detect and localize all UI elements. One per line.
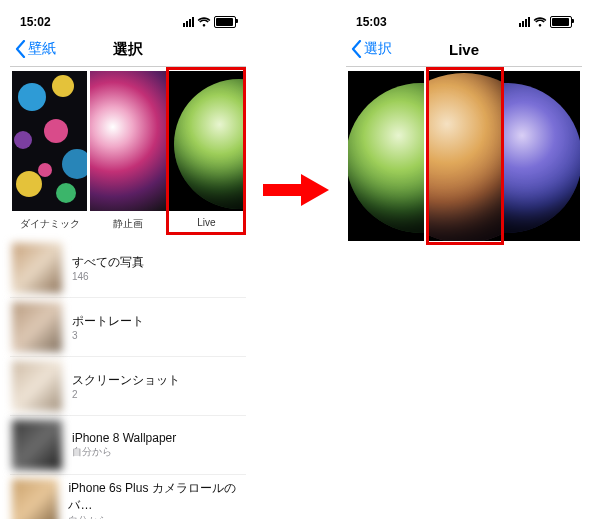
wallpaper-categories: ダイナミック 静止画 Live [10, 67, 246, 239]
category-dynamic[interactable]: ダイナミック [12, 71, 87, 239]
album-name: iPhone 6s Plus カメラロールのバ… [68, 480, 246, 514]
album-name: iPhone 8 Wallpaper [72, 431, 176, 445]
nav-bar: 壁紙 選択 [10, 32, 246, 67]
category-still[interactable]: 静止画 [90, 71, 165, 239]
chevron-left-icon [350, 40, 362, 58]
album-count: 2 [72, 389, 180, 400]
album-name: すべての写真 [72, 254, 144, 271]
back-button[interactable]: 壁紙 [10, 40, 56, 58]
back-label: 選択 [364, 40, 392, 58]
album-name: スクリーンショット [72, 372, 180, 389]
album-row[interactable]: iPhone 8 Wallpaper 自分から [10, 416, 246, 475]
arrow-right-icon [261, 170, 331, 210]
nav-bar: 選択 Live [346, 32, 582, 67]
screen-right: 15:03 選択 Live [346, 10, 582, 245]
album-name: ポートレート [72, 313, 144, 330]
transition-arrow [256, 10, 336, 210]
category-label: 静止画 [90, 211, 165, 239]
album-row[interactable]: iPhone 6s Plus カメラロールのバ… 自分から [10, 475, 246, 519]
album-list: すべての写真 146 ポートレート 3 スクリーンショット 2 [10, 239, 246, 519]
status-time: 15:03 [356, 15, 428, 29]
chevron-left-icon [14, 40, 26, 58]
status-bar: 15:03 [346, 10, 582, 32]
wifi-icon [533, 17, 547, 27]
album-count: 146 [72, 271, 144, 282]
category-label: Live [169, 211, 244, 236]
album-count: 自分から [72, 445, 176, 459]
category-label: ダイナミック [12, 211, 87, 239]
album-count: 自分から [68, 514, 246, 519]
status-icons [500, 16, 572, 28]
battery-icon [214, 16, 236, 28]
battery-icon [550, 16, 572, 28]
category-live[interactable]: Live [169, 71, 244, 239]
status-time: 15:02 [20, 15, 92, 29]
signal-icon [183, 17, 194, 27]
wifi-icon [197, 17, 211, 27]
live-wallpaper-blue[interactable] [504, 71, 580, 241]
back-label: 壁紙 [28, 40, 56, 58]
album-row[interactable]: ポートレート 3 [10, 298, 246, 357]
back-button[interactable]: 選択 [346, 40, 392, 58]
album-row[interactable]: スクリーンショット 2 [10, 357, 246, 416]
live-wallpaper-orange[interactable] [426, 71, 502, 241]
signal-icon [519, 17, 530, 27]
album-row[interactable]: すべての写真 146 [10, 239, 246, 298]
live-wallpaper-green[interactable] [348, 71, 424, 241]
status-icons [164, 16, 236, 28]
screen-left: 15:02 壁紙 選択 [10, 10, 246, 519]
album-count: 3 [72, 330, 144, 341]
live-wallpapers [346, 67, 582, 245]
status-bar: 15:02 [10, 10, 246, 32]
